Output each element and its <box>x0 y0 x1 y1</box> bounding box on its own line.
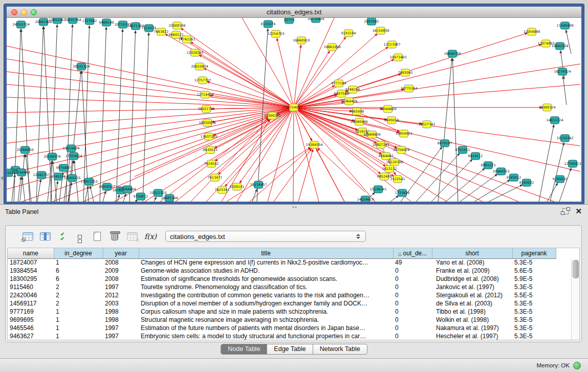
selected-edge[interactable] <box>227 147 310 202</box>
selected-edge[interactable] <box>277 38 294 107</box>
edge[interactable] <box>474 180 510 202</box>
table-cell: Genome-wide association studies in ADHD. <box>139 267 393 275</box>
graph-node-label: 20021716 <box>198 107 214 111</box>
edge[interactable] <box>252 189 257 202</box>
edge[interactable] <box>117 195 119 202</box>
table-cell: 9777169 <box>8 308 54 316</box>
selected-edge[interactable] <box>316 149 344 202</box>
column-header-pagerank[interactable]: pagerank <box>512 248 556 258</box>
selected-edge[interactable] <box>294 18 334 107</box>
column-header-title[interactable]: title <box>139 248 393 258</box>
table-row[interactable]: 1830029562008Estimation of significance … <box>8 275 556 283</box>
selected-edge[interactable] <box>294 84 580 107</box>
table-settings-icon <box>23 232 33 240</box>
selected-edge[interactable] <box>180 37 294 107</box>
table-select[interactable]: citations_edges.txt <box>165 231 366 242</box>
table-scrollbar-thumb[interactable] <box>573 260 579 278</box>
selected-edge[interactable] <box>293 107 294 202</box>
edge[interactable] <box>559 168 571 202</box>
edge[interactable] <box>390 195 399 202</box>
selected-edge[interactable] <box>239 107 294 183</box>
edge[interactable] <box>90 186 94 202</box>
edge[interactable] <box>22 177 25 202</box>
table-cell: 0 <box>393 308 432 316</box>
edge[interactable] <box>129 31 136 202</box>
table-row[interactable]: 977716911998Corpus callosum shape and si… <box>8 308 556 316</box>
selected-edge[interactable] <box>191 119 269 202</box>
selected-edge[interactable] <box>318 148 365 192</box>
tab-node-table[interactable]: Node Table <box>221 344 267 355</box>
new-table-icon[interactable] <box>91 230 104 243</box>
table-scrollbar[interactable] <box>571 259 579 340</box>
tab-network-table[interactable]: Network Table <box>313 344 367 355</box>
edge[interactable] <box>452 58 458 202</box>
graph-node-label: 10521325 <box>149 191 166 195</box>
close-panel-icon[interactable]: ✕ <box>575 208 582 214</box>
zoom-button[interactable] <box>31 9 37 15</box>
minimize-button[interactable] <box>21 9 27 15</box>
column-header-year[interactable]: year <box>103 248 139 258</box>
table-cell: Tibbo et al. (1998) <box>432 308 512 316</box>
edge[interactable] <box>431 159 472 202</box>
selected-edge[interactable] <box>207 82 294 107</box>
selected-edge[interactable] <box>294 45 541 107</box>
edge[interactable] <box>37 180 41 202</box>
column-header-in_degree[interactable]: in_degree <box>54 248 103 258</box>
splitter-handle[interactable] <box>292 206 297 209</box>
edge[interactable] <box>143 33 149 202</box>
network-canvas[interactable]: 2435572420691406106532672093176413276026… <box>7 18 581 202</box>
edge[interactable] <box>26 155 31 202</box>
selected-edge[interactable] <box>7 107 294 189</box>
edge[interactable] <box>563 76 567 105</box>
close-button[interactable] <box>11 9 17 15</box>
selected-edge[interactable] <box>7 84 294 107</box>
graph-node-label: 10944553 <box>492 169 509 173</box>
column-header-out_de[interactable]: △out_de... <box>393 248 432 258</box>
edge[interactable] <box>438 58 452 202</box>
table-select-value: citations_edges.txt <box>170 233 356 240</box>
tab-edge-table[interactable]: Edge Table <box>267 344 313 355</box>
table-row[interactable]: 969969511998Structural magnetic resonanc… <box>8 316 556 324</box>
table-row[interactable]: 1456911722003Disruption of a novel membe… <box>8 299 556 308</box>
table-cell: 22420046 <box>8 291 54 299</box>
edge[interactable] <box>566 30 571 54</box>
edge[interactable] <box>539 125 554 202</box>
selected-edge[interactable] <box>7 59 294 107</box>
window-titlebar[interactable]: citations_edges.txt <box>7 7 581 18</box>
table-row[interactable]: 911546021997Tourette syndrome. Phenomeno… <box>8 283 556 291</box>
edge[interactable] <box>416 154 460 202</box>
table-cell: 1997 <box>103 283 139 291</box>
table-cell: Tourette syndrome. Phenomenology and cla… <box>139 283 393 291</box>
edge[interactable] <box>489 185 522 202</box>
edge[interactable] <box>100 27 106 202</box>
table-row[interactable]: 946362711997Embryonic stem cells: a mode… <box>8 332 556 340</box>
selected-edge[interactable] <box>294 47 388 107</box>
edge[interactable] <box>83 26 90 202</box>
edge[interactable] <box>123 194 126 202</box>
row-height-icon <box>78 235 82 238</box>
table-row[interactable]: 1938455462009Genome-wide association stu… <box>8 267 556 275</box>
selected-edge[interactable] <box>237 107 294 202</box>
row-height-icon[interactable] <box>73 230 86 243</box>
select-rows-icon[interactable] <box>56 230 69 243</box>
selected-edge[interactable] <box>210 95 294 107</box>
function-builder-icon[interactable]: f(x) <box>143 230 158 243</box>
edge[interactable] <box>460 174 497 202</box>
table-row[interactable]: 946554611997Estimation of the future num… <box>8 324 556 332</box>
table-settings-icon[interactable] <box>21 230 34 243</box>
delete-table-icon[interactable] <box>108 230 121 243</box>
graph-node-label: 8200141 <box>230 185 245 189</box>
float-panel-icon[interactable] <box>562 208 569 214</box>
column-header-short[interactable]: short <box>432 248 512 258</box>
selected-edge[interactable] <box>212 107 294 122</box>
table-row[interactable]: 2242004622012Investigating the contribut… <box>8 291 556 299</box>
edge[interactable] <box>547 183 558 202</box>
show-columns-icon[interactable] <box>38 230 52 243</box>
graph-node-label: 7613471 <box>208 176 223 180</box>
panel-collapse-arrow[interactable] <box>1 176 3 180</box>
edge[interactable] <box>154 197 156 202</box>
table-cell: 5.3E-5 <box>512 308 556 316</box>
table-row[interactable]: 1872400712008Changes of HCN gene express… <box>8 258 556 267</box>
column-header-name[interactable]: name <box>8 248 54 258</box>
graph-node-label: 21364436 <box>340 99 357 103</box>
